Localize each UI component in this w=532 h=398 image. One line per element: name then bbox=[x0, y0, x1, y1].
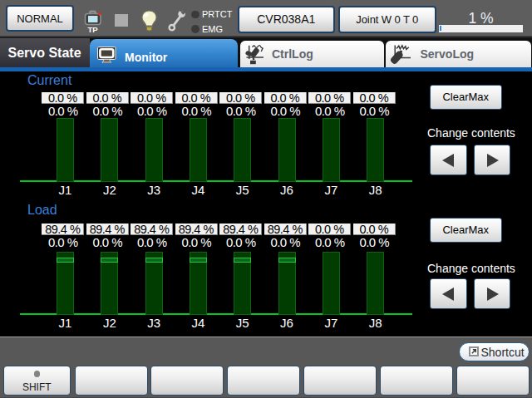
svg-text:TP: TP bbox=[87, 25, 98, 34]
